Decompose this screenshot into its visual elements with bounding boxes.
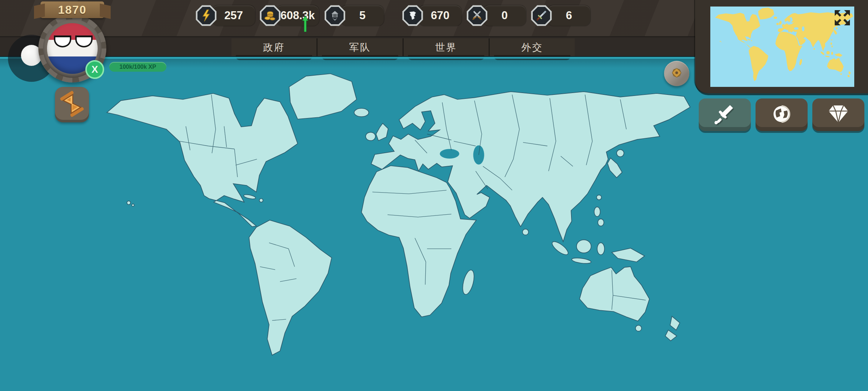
resource-army-value: 6 [566,9,572,22]
resource-army[interactable]: 6 [531,5,595,26]
tab-government-label: 政府 [263,41,285,54]
tab-world[interactable]: 世界 [404,38,489,56]
hourglass-icon [61,93,82,117]
diamond-icon [827,104,850,126]
settings-button[interactable] [664,61,689,86]
resource-wars-pill: 0 [483,5,526,26]
resource-money-value: 608.3k [281,9,315,22]
world-mode-button[interactable] [756,98,808,131]
time-speed-button[interactable] [55,87,89,122]
resource-money-pill: 608.3k [276,5,319,26]
tab-divider [489,38,490,56]
war-mode-button[interactable] [699,98,751,131]
level-badge: X [85,60,104,79]
tab-world-label: 世界 [435,41,457,54]
game-screen: 政府 军队 世界 外交 257 608.3k [0,0,868,391]
resource-manpower-value: 670 [431,9,450,22]
year-label: 1870 [58,3,86,17]
resource-forts-pill: 5 [341,5,384,26]
resource-manpower-pill: 670 [419,5,461,26]
minimap-panel [695,0,868,93]
countryball-eye [75,35,93,47]
tab-diplomacy[interactable]: 外交 [490,38,575,56]
sword-white-icon [714,103,736,127]
resource-wars-value: 0 [501,9,507,22]
xp-label: 100k/100k XP [119,64,156,70]
xp-bar: 100k/100k XP [109,62,166,72]
year-banner: 1870 [41,1,104,18]
resource-wars[interactable]: 0 [467,5,530,26]
tab-diplomacy-label: 外交 [522,41,543,54]
world-map[interactable] [87,70,694,377]
tab-divider [316,38,318,56]
resource-energy-pill: 257 [212,5,255,26]
globe-icon [771,104,792,126]
income-up-arrow-icon [302,16,308,32]
tab-military-label: 军队 [349,41,371,54]
resource-energy[interactable]: 257 [196,5,259,26]
tab-military[interactable]: 军队 [318,38,403,56]
expand-icon[interactable] [834,9,851,26]
tab-divider [403,38,404,56]
resource-forts[interactable]: 5 [324,5,388,26]
countryball-eye [54,35,71,47]
resource-energy-value: 257 [224,9,243,22]
resource-forts-value: 5 [359,9,365,22]
tab-government[interactable]: 政府 [231,38,316,56]
gear-icon [670,66,684,81]
resource-money[interactable]: 608.3k [260,5,323,26]
premium-gems-button[interactable] [812,98,864,131]
resource-manpower[interactable]: 670 [402,5,466,26]
minimap[interactable] [710,7,854,87]
resource-army-pill: 6 [548,5,590,26]
level-badge-label: X [92,64,98,75]
